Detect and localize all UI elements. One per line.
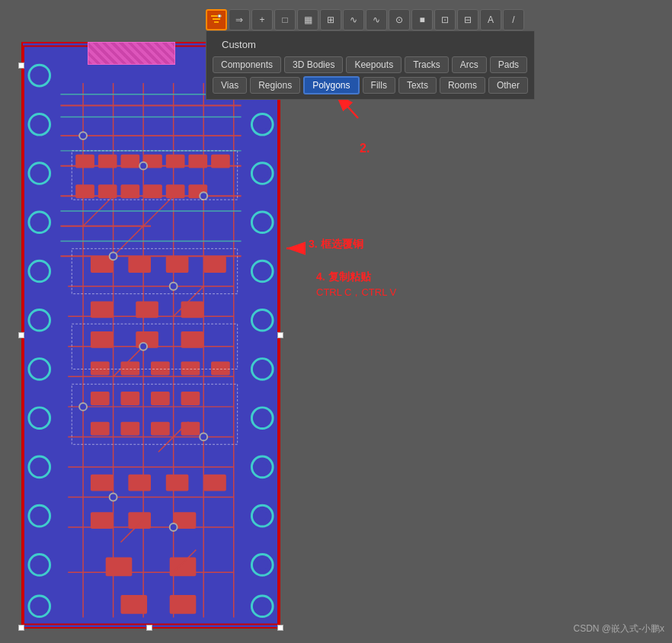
custom-label: Custom — [216, 37, 262, 52]
svg-point-32 — [257, 217, 267, 228]
menu-vias[interactable]: Vias — [213, 77, 247, 94]
menu-tracks[interactable]: Tracks — [405, 56, 449, 73]
menu-row-1: Components 3D Bodies Keepouts Tracks Arc… — [210, 55, 531, 75]
svg-rect-102 — [181, 392, 200, 405]
filter-button[interactable] — [206, 9, 227, 30]
svg-rect-86 — [166, 256, 189, 273]
toolbar: ⇒ + □ ▦ ⊞ ∿ ∿ ⊙ ■ ⊡ ⊟ A / — [206, 6, 524, 34]
svg-rect-97 — [181, 362, 200, 376]
selection-handle-bm — [146, 625, 152, 631]
svg-point-134 — [110, 252, 117, 260]
arc1-button[interactable]: ∿ — [343, 9, 364, 30]
svg-rect-108 — [128, 475, 151, 491]
svg-point-30 — [257, 168, 267, 179]
menu-other[interactable]: Other — [488, 77, 528, 94]
dropdown-menu: Custom Components 3D Bodies Keepouts Tra… — [206, 30, 535, 100]
menu-keepouts[interactable]: Keepouts — [346, 56, 402, 73]
crop-button[interactable]: ⊡ — [434, 9, 456, 30]
svg-point-28 — [257, 119, 267, 130]
svg-rect-93 — [181, 331, 204, 348]
chart-button[interactable]: ▦ — [297, 9, 318, 30]
menu-texts[interactable]: Texts — [398, 77, 437, 94]
selection-handle-br — [277, 625, 283, 631]
svg-rect-148 — [214, 21, 219, 23]
svg-rect-87 — [203, 256, 226, 273]
svg-point-38 — [257, 364, 267, 375]
svg-point-44 — [257, 510, 267, 521]
svg-rect-90 — [181, 302, 204, 318]
line-button[interactable]: / — [503, 9, 524, 30]
drc-button[interactable]: ⊞ — [320, 9, 341, 30]
menu-fills[interactable]: Fills — [363, 77, 395, 94]
svg-rect-117 — [170, 595, 197, 614]
svg-rect-85 — [128, 256, 151, 273]
svg-rect-82 — [166, 184, 185, 198]
annotation-step4-line1: 4. 复制粘贴 — [316, 270, 396, 284]
pin-button[interactable]: ⊙ — [389, 9, 410, 30]
selection-handle-ml — [18, 332, 24, 338]
svg-rect-99 — [91, 392, 110, 405]
svg-point-139 — [110, 494, 117, 501]
svg-rect-79 — [98, 184, 117, 198]
menu-polygons[interactable]: Polygons — [303, 76, 359, 94]
menu-row-2: Vias Regions Polygons Fills Texts Rooms … — [210, 75, 531, 96]
svg-rect-105 — [151, 422, 170, 436]
svg-point-149 — [218, 14, 221, 18]
svg-point-136 — [139, 343, 147, 350]
selection-handle-bl — [18, 625, 24, 631]
svg-point-8 — [34, 217, 45, 228]
rect-button[interactable]: □ — [274, 9, 296, 30]
svg-rect-106 — [181, 422, 200, 436]
svg-point-24 — [34, 601, 45, 612]
svg-point-46 — [257, 559, 267, 570]
svg-point-131 — [79, 132, 87, 139]
svg-rect-81 — [143, 184, 162, 198]
svg-point-14 — [34, 364, 45, 375]
svg-rect-114 — [106, 558, 133, 577]
menu-3dbodies[interactable]: 3D Bodies — [284, 56, 343, 73]
svg-point-48 — [257, 601, 267, 612]
svg-rect-112 — [128, 512, 151, 529]
svg-rect-100 — [120, 392, 139, 405]
menu-arcs[interactable]: Arcs — [452, 56, 487, 73]
svg-point-34 — [257, 266, 267, 277]
svg-rect-107 — [91, 475, 114, 491]
svg-rect-76 — [188, 155, 207, 168]
add-button[interactable]: + — [251, 9, 273, 30]
menu-pads[interactable]: Pads — [490, 56, 527, 73]
svg-rect-101 — [151, 392, 170, 405]
pcb-board — [21, 42, 280, 629]
svg-point-20 — [34, 510, 45, 521]
svg-point-42 — [257, 462, 267, 472]
svg-point-18 — [34, 462, 45, 472]
svg-rect-91 — [91, 331, 114, 348]
svg-rect-94 — [91, 362, 110, 376]
svg-rect-95 — [120, 362, 139, 376]
svg-point-16 — [34, 413, 45, 424]
menu-regions[interactable]: Regions — [250, 77, 300, 94]
graph-button[interactable]: ⊟ — [457, 9, 478, 30]
wave-button[interactable]: ∿ — [366, 9, 387, 30]
annotation-step4: 4. 复制粘贴 CTRL C，CTRL V — [316, 270, 396, 299]
pcb-canvas: ⇒ + □ ▦ ⊞ ∿ ∿ ⊙ ■ ⊡ ⊟ A / Custom Compone… — [0, 0, 672, 643]
menu-rooms[interactable]: Rooms — [440, 77, 485, 94]
svg-rect-103 — [91, 422, 110, 436]
svg-point-4 — [34, 119, 45, 130]
svg-rect-111 — [91, 512, 114, 529]
svg-rect-115 — [170, 558, 197, 577]
menu-components[interactable]: Components — [213, 56, 281, 73]
square-button[interactable]: ■ — [411, 9, 433, 30]
svg-rect-98 — [211, 362, 230, 376]
watermark: CSDN @嵌入式-小鹏x — [573, 622, 664, 635]
svg-rect-73 — [120, 155, 139, 168]
svg-point-22 — [34, 559, 45, 570]
svg-point-132 — [139, 162, 147, 170]
text-button[interactable]: A — [480, 9, 501, 30]
svg-rect-75 — [166, 155, 185, 168]
route-button[interactable]: ⇒ — [229, 9, 250, 30]
pcb-connector — [88, 42, 175, 65]
svg-rect-78 — [75, 184, 94, 198]
svg-rect-147 — [213, 18, 220, 20]
svg-point-10 — [34, 266, 45, 277]
svg-point-137 — [79, 403, 87, 411]
